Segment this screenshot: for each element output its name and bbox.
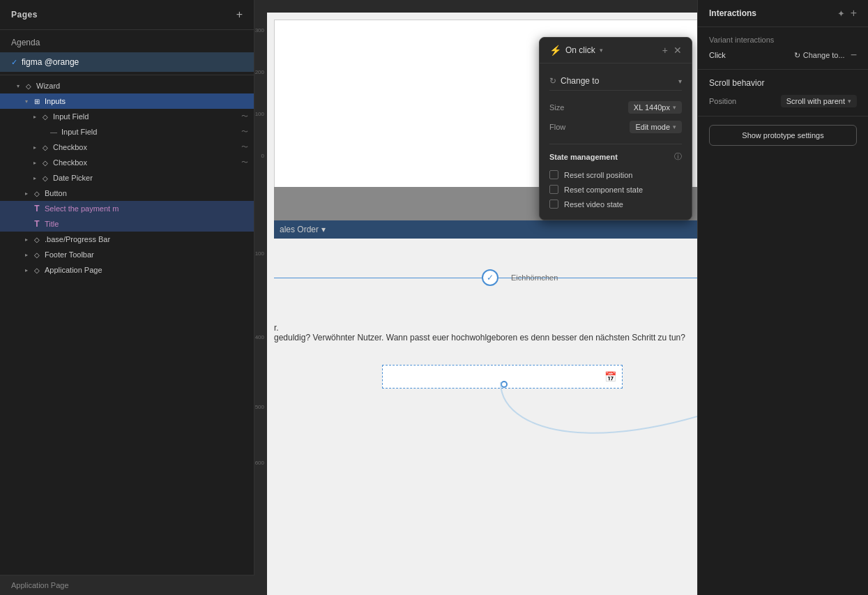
layer-label-select-payment: Select the payment m [45,204,248,213]
position-label: Position [709,97,736,105]
layer-item-inputs[interactable]: ▾ ⊞ Inputs [0,93,254,109]
size-value-text: XL 1440px [634,103,670,112]
page-item-agenda[interactable]: Agenda [0,33,254,52]
layer-item-checkbox-1[interactable]: ▸ ◇ Checkbox 〜 [0,140,254,155]
expand-wizard[interactable]: ▾ [14,82,22,90]
checkbox-row-reset-component[interactable]: Reset component state [549,182,682,197]
layer-label-button: Button [45,189,248,197]
expand-inputs[interactable]: ▾ [22,97,31,105]
change-to-action-icon: ↻ [794,51,800,60]
ruler-top [267,0,697,13]
layer-item-checkbox-2[interactable]: ▸ ◇ Checkbox 〜 [0,155,254,170]
layer-suffix-checkbox-2: 〜 [241,158,248,167]
popup-title-area: ⚡ On click ▾ [549,45,603,56]
ruler-mark-400: 400 [255,335,266,340]
checkbox-reset-video[interactable] [549,199,558,209]
layer-item-button[interactable]: ▸ ◇ Button [0,186,254,201]
expand-checkbox-2[interactable]: ▸ [31,158,39,167]
layer-item-input-field-1[interactable]: ▸ ◇ Input Field 〜 [0,109,254,124]
checkbox-reset-component[interactable] [549,185,558,194]
flow-value-dropdown[interactable]: Edit mode ▾ [630,121,682,133]
interactions-settings-icon[interactable]: ✦ [837,8,845,19]
line-icon-input-field-2: — [49,127,59,137]
page-list: Agenda figma @orange [0,30,254,75]
add-page-button[interactable]: + [236,8,243,21]
size-value-dropdown[interactable]: XL 1440px ▾ [628,101,682,114]
checkbox-label-reset-component: Reset component state [564,186,643,194]
page-label-figma-orange: figma @orange [22,57,79,67]
canvas-text-content: r. [274,323,279,333]
expand-date-picker[interactable]: ▸ [31,174,39,182]
expand-button[interactable]: ▸ [22,189,31,197]
scroll-position-chevron: ▾ [848,98,851,105]
expand-progress-bar[interactable]: ▸ [22,235,31,243]
show-prototype-settings-button[interactable]: Show prototype settings [709,125,857,146]
checkbox-label-reset-scroll: Reset scroll position [564,171,632,179]
layer-item-input-field-2[interactable]: ▸ — Input Field 〜 [0,124,254,140]
popup-title-text: On click [565,45,595,55]
layer-label-title: Title [45,220,248,228]
expand-application-page[interactable]: ▸ [22,266,31,274]
interactions-add-button[interactable]: + [851,7,857,20]
flow-label: Flow [549,123,565,131]
change-to-row[interactable]: ↻ Change to ▾ [549,72,682,91]
checkbox-reset-scroll[interactable] [549,170,558,179]
page-label-agenda: Agenda [11,38,40,47]
layer-item-wizard[interactable]: ▾ ◇ Wizard [0,78,254,93]
change-to-chevron: ▾ [678,77,682,85]
layer-item-date-picker[interactable]: ▸ ◇ Date Picker [0,170,254,186]
diamond-icon-input-field-1: ◇ [40,112,50,121]
popup-size-row: Size XL 1440px ▾ [549,98,682,117]
checkbox-row-reset-video[interactable]: Reset video state [549,197,682,211]
right-panel-icons: ✦ + [837,7,857,20]
state-mgmt-info-icon: ⓘ [674,151,682,162]
popup-close-button[interactable]: ✕ [673,45,682,55]
ruler-mark-neg300: -300 [254,28,266,33]
variant-interactions-label: Variant interactions [709,36,857,44]
expand-checkbox-1[interactable]: ▸ [31,143,39,151]
sales-order-dropdown: ▾ [321,225,326,234]
diamond-icon-progress-bar: ◇ [32,234,42,244]
interaction-action-area: ↻ Change to... − [794,50,857,61]
page-item-figma-orange[interactable]: figma @orange [0,52,254,72]
checkbox-row-reset-scroll[interactable]: Reset scroll position [549,167,682,182]
scroll-behavior-section: Scroll behavior Position Scroll with par… [698,70,868,116]
layer-tree: ▾ ◇ Wizard ▾ ⊞ Inputs ▸ ◇ Input Field 〜 … [0,75,254,595]
size-chevron: ▾ [673,104,676,111]
layer-label-progress-bar: .base/Progress Bar [45,235,248,243]
curved-connector-svg [497,382,697,592]
expand-input-field-1[interactable]: ▸ [31,112,39,121]
diamond-icon-application-page: ◇ [32,265,42,275]
ruler-mark-neg200: -200 [254,70,266,75]
canvas-area: -300 -200 -100 0 100 400 500 600 ales Or… [254,0,697,595]
popup-dialog: ⚡ On click ▾ + ✕ ↻ Change to ▾ [539,37,692,220]
layer-item-title[interactable]: ▸ T Title [0,216,254,232]
calendar-icon: 📅 [604,371,616,382]
layer-item-progress-bar[interactable]: ▸ ◇ .base/Progress Bar [0,232,254,247]
popup-add-button[interactable]: + [662,45,668,55]
connector-dot [501,381,508,388]
layer-item-footer-toolbar[interactable]: ▸ ◇ Footer Toolbar [0,247,254,262]
layer-label-input-field-2: Input Field [61,128,241,136]
ruler-mark-0: 0 [261,153,266,159]
diamond-icon-checkbox-2: ◇ [40,158,50,167]
text-icon-select-payment: T [32,204,42,213]
layer-suffix-input-field-1: 〜 [241,112,248,121]
layer-label-input-field-1: Input Field [53,112,241,121]
canvas-body-text: r. geduldig? Verwöhnter Nutzer. Wann pas… [274,323,685,342]
layer-item-select-payment[interactable]: ▸ T Select the payment m [0,201,254,216]
on-click-icon: ⚡ [549,45,561,56]
interaction-remove-button[interactable]: − [851,50,857,61]
expand-footer-toolbar[interactable]: ▸ [22,250,31,259]
ruler-mark-500: 500 [255,405,266,410]
state-mgmt-title: State management [549,153,618,161]
connection-label: Eichhörnchen [511,273,558,282]
diamond-icon-date-picker: ◇ [40,173,50,183]
canvas-text-long: geduldig? Verwöhnter Nutzer. Wann passt … [274,333,685,342]
change-to-action-text: Change to... [803,51,845,59]
sales-order-bar: ales Order ▾ [274,220,697,239]
scroll-position-row: Position Scroll with parent ▾ [709,95,857,107]
layer-item-application-page[interactable]: ▸ ◇ Application Page [0,262,254,278]
scroll-position-dropdown[interactable]: Scroll with parent ▾ [781,95,857,107]
right-panel: Interactions ✦ + Variant interactions Cl… [697,0,868,595]
